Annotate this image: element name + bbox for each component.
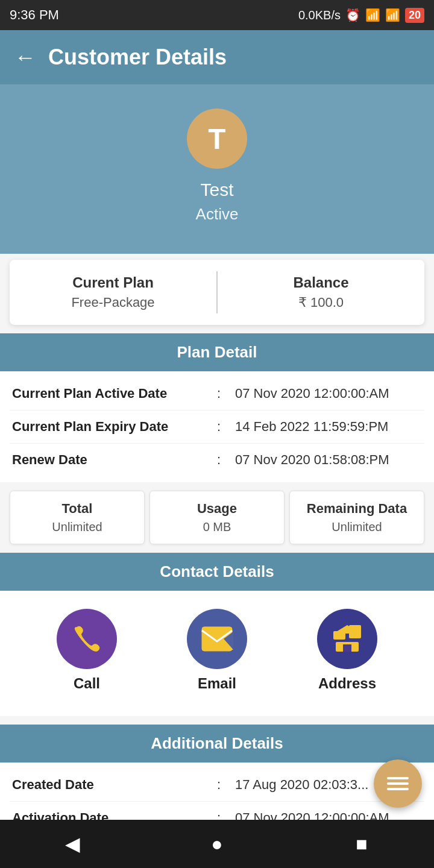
nav-back-button[interactable]: ◀ — [48, 820, 96, 868]
add-colon: : — [217, 777, 235, 793]
remaining-label: Remaining Data — [295, 501, 419, 517]
balance-section: Balance ₹ 100.0 — [218, 260, 424, 325]
sim-icon: 📶 — [365, 8, 380, 22]
nav-recent-button[interactable]: ■ — [338, 820, 386, 868]
detail-value: 07 Nov 2020 12:00:00:AM — [235, 386, 422, 401]
header: ← Customer Details — [0, 30, 434, 84]
current-plan-section: Curent Plan Free-Package — [10, 260, 216, 325]
table-row: Renew Date : 07 Nov 2020 01:58:08:PM — [10, 444, 424, 476]
remaining-box: Remaining Data Unlimited — [289, 491, 424, 544]
email-contact-item[interactable]: Email — [187, 609, 247, 692]
detail-value: 07 Nov 2020 01:58:08:PM — [235, 452, 422, 468]
detail-key: Renew Date — [12, 452, 217, 468]
usage-box: Usage 0 MB — [149, 491, 285, 544]
total-label: Total — [15, 501, 139, 517]
signal-icon: 📶 — [385, 8, 400, 22]
balance-label: Balance — [230, 274, 412, 291]
remaining-value: Unlimited — [295, 520, 419, 534]
table-row: Current Plan Expiry Date : 14 Feb 2022 1… — [10, 410, 424, 444]
table-row: Created Date : 17 Aug 2020 02:03:3... — [10, 769, 424, 802]
add-value: 17 Aug 2020 02:03:3... — [235, 777, 368, 793]
detail-value: 14 Feb 2022 11:59:59:PM — [235, 419, 422, 435]
avatar: T — [187, 108, 247, 169]
add-key: Created Date — [12, 777, 217, 793]
detail-colon: : — [217, 419, 235, 435]
address-label: Address — [318, 675, 376, 692]
total-box: Total Unlimited — [10, 491, 145, 544]
contact-section: Call Email — [0, 591, 434, 716]
detail-key: Current Plan Expiry Date — [12, 419, 217, 435]
clock-icon: ⏰ — [345, 8, 360, 22]
call-icon — [71, 623, 103, 655]
page-title: Customer Details — [48, 45, 227, 70]
detail-key: Current Plan Active Date — [12, 386, 217, 401]
total-value: Unlimited — [15, 520, 139, 534]
call-label: Call — [74, 675, 100, 692]
plan-detail-header: Plan Detail — [0, 333, 434, 371]
usage-value: 0 MB — [155, 520, 279, 534]
address-icon-circle — [317, 609, 377, 669]
data-boxes: Total Unlimited Usage 0 MB Remaining Dat… — [10, 491, 424, 544]
email-icon-circle — [187, 609, 247, 669]
profile-name: Test — [200, 180, 233, 200]
profile-section: T Test Active — [0, 84, 434, 254]
address-icon — [331, 623, 363, 655]
current-plan-value: Free-Package — [22, 295, 204, 310]
email-label: Email — [198, 675, 236, 692]
plan-summary-card: Curent Plan Free-Package Balance ₹ 100.0 — [10, 260, 424, 325]
svg-rect-6 — [343, 644, 351, 652]
network-speed: 0.0KB/s — [298, 8, 341, 22]
contact-details-header: Contact Details — [0, 553, 434, 591]
current-plan-label: Curent Plan — [22, 274, 204, 291]
profile-status: Active — [196, 205, 239, 224]
status-bar: 9:36 PM 0.0KB/s ⏰ 📶 📶 20 — [0, 0, 434, 30]
call-icon-circle — [57, 609, 117, 669]
battery-indicator: 20 — [405, 8, 424, 23]
email-icon — [201, 626, 233, 652]
call-contact-item[interactable]: Call — [57, 609, 117, 692]
status-time: 9:36 PM — [10, 7, 59, 23]
table-row: Current Plan Active Date : 07 Nov 2020 1… — [10, 377, 424, 410]
back-button[interactable]: ← — [14, 45, 36, 70]
usage-label: Usage — [155, 501, 279, 517]
bottom-navigation: ◀ ● ■ — [0, 820, 434, 868]
plan-detail-section: Current Plan Active Date : 07 Nov 2020 1… — [0, 371, 434, 482]
nav-home-button[interactable]: ● — [193, 820, 241, 868]
balance-value: ₹ 100.0 — [230, 295, 412, 310]
address-contact-item[interactable]: Address — [317, 609, 377, 692]
additional-details-header: Additional Details — [0, 725, 434, 763]
fab-menu-button[interactable] — [374, 760, 422, 808]
menu-icon — [387, 777, 409, 790]
contact-icons-row: Call Email — [10, 603, 424, 698]
detail-colon: : — [217, 452, 235, 468]
detail-colon: : — [217, 386, 235, 401]
